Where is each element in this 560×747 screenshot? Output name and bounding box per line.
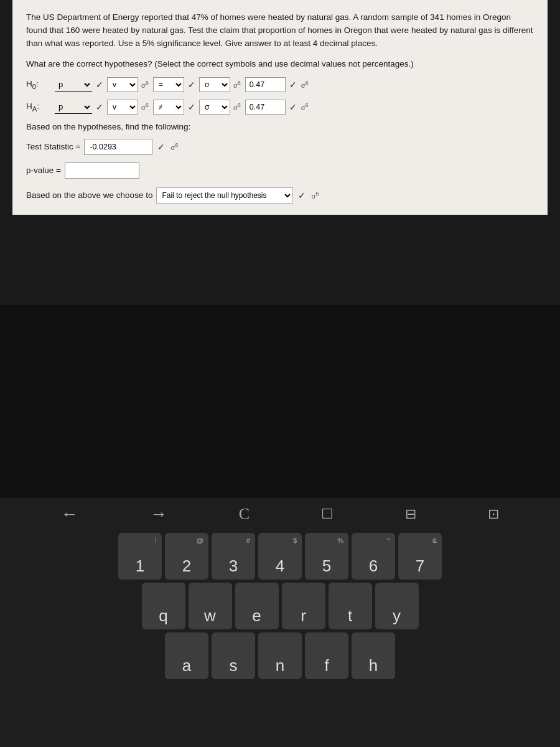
h0-check2: ✓ <box>188 80 195 90</box>
key-3[interactable]: # 3 <box>212 533 255 580</box>
ha-var3-select[interactable]: σ v <box>199 100 230 115</box>
key-t[interactable]: t <box>329 583 372 629</box>
ha-check2: ✓ <box>188 102 195 112</box>
ha-sigma3: σ6 <box>301 102 309 111</box>
test-stat-label: Test Statistic = <box>26 142 80 151</box>
key-y[interactable]: y <box>375 583 419 629</box>
h0-check3: ✓ <box>289 80 297 90</box>
forward-key[interactable]: → <box>150 504 167 524</box>
ts-check: ✓ <box>157 142 165 152</box>
hypotheses-section-label: Based on the hypotheses, find the follow… <box>26 122 534 131</box>
key-a[interactable]: a <box>165 632 208 679</box>
nav-row: ← → C ☐ ⊟ ⊡ <box>0 498 560 530</box>
conclusion-select[interactable]: Fail to reject the null hypothesis Rejec… <box>156 187 293 204</box>
question-text: What are the correct hypotheses? (Select… <box>26 59 534 68</box>
ts-sigma: σ6 <box>170 142 178 151</box>
h0-var-select[interactable]: p p̂ μ <box>55 78 92 92</box>
h0-sigma2: σ6 <box>233 80 241 89</box>
key-7[interactable]: & 7 <box>398 533 442 580</box>
letter-row1: q w e r t y <box>0 583 560 629</box>
letter-row2: a s n f h <box>0 632 560 679</box>
h0-label: H0: <box>26 79 50 90</box>
pvalue-label: p-value = <box>26 166 61 175</box>
key-h[interactable]: h <box>352 632 395 679</box>
conclusion-row: Based on the above we choose to Fail to … <box>26 187 534 204</box>
key-w[interactable]: w <box>189 583 232 629</box>
test-stat-value: -0.0293 <box>84 139 152 155</box>
main-content: The US Department of Energy reported tha… <box>12 0 548 215</box>
h0-sigma1: σ6 <box>141 80 149 89</box>
pvalue-input[interactable] <box>65 162 139 179</box>
h0-eq-select[interactable]: = ≠ < > <box>153 77 184 92</box>
h0-value: 0.47 <box>245 77 286 92</box>
ha-var2-select[interactable]: v σ <box>107 100 138 115</box>
problem-text: The US Department of Energy reported tha… <box>26 11 534 50</box>
key-4[interactable]: $ 4 <box>258 533 302 580</box>
key-1[interactable]: ! 1 <box>118 533 162 580</box>
h0-row: H0: p p̂ μ ✓ v σ σ6 = ≠ < > ✓ σ v σ6 0.4… <box>26 77 534 92</box>
ha-row: HA: p p̂ μ ✓ v σ σ6 ≠ = < > ✓ σ v σ6 0.4… <box>26 100 534 115</box>
pvalue-row: p-value = <box>26 162 534 179</box>
ha-value: 0.47 <box>245 100 286 115</box>
ha-eq-select[interactable]: ≠ = < > <box>153 100 184 115</box>
ha-sigma1: σ6 <box>141 102 149 111</box>
test-statistic-row: Test Statistic = -0.0293 ✓ σ6 <box>26 139 534 155</box>
key-6[interactable]: ^ 6 <box>352 533 395 580</box>
ha-check3: ✓ <box>289 102 297 112</box>
key-r[interactable]: r <box>282 583 325 629</box>
conclusion-check: ✓ <box>298 190 306 200</box>
conclusion-sigma: σ6 <box>311 190 319 200</box>
key-2[interactable]: @ 2 <box>165 533 208 580</box>
key-5[interactable]: % 5 <box>305 533 348 580</box>
back-key[interactable]: ← <box>61 504 78 524</box>
number-row: ! 1 @ 2 # 3 $ 4 % 5 ^ 6 & 7 <box>0 533 560 580</box>
ha-check1: ✓ <box>96 102 103 112</box>
ha-label: HA: <box>26 101 50 113</box>
h0-sigma3: σ6 <box>301 80 309 89</box>
key-e[interactable]: e <box>235 583 279 629</box>
multiwindow-key[interactable]: ⊟ <box>405 506 416 522</box>
refresh-key[interactable]: C <box>239 505 250 524</box>
key-f[interactable]: f <box>305 632 348 679</box>
extra-key[interactable]: ⊡ <box>488 506 499 522</box>
conclusion-label: Based on the above we choose to <box>26 190 152 200</box>
dark-area <box>0 305 560 504</box>
key-n[interactable]: n <box>258 632 302 679</box>
h0-check1: ✓ <box>96 80 103 90</box>
window-key[interactable]: ☐ <box>321 506 334 522</box>
ha-var-select[interactable]: p p̂ μ <box>55 100 92 114</box>
keyboard-area: ← → C ☐ ⊟ ⊡ ! 1 @ 2 # 3 $ 4 % 5 ^ 6 <box>0 498 560 747</box>
key-q[interactable]: q <box>142 583 185 629</box>
key-s[interactable]: s <box>212 632 255 679</box>
ha-sigma2: σ6 <box>233 102 241 111</box>
h0-var2-select[interactable]: v σ <box>107 77 138 92</box>
h0-var3-select[interactable]: σ v <box>199 77 230 92</box>
